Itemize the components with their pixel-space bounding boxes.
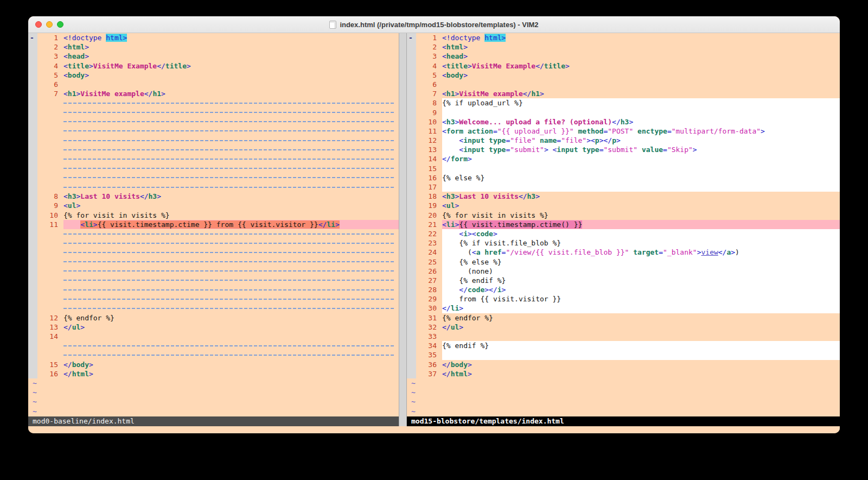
- code-text[interactable]: <html>: [442, 42, 840, 52]
- fold-column-cell[interactable]: [407, 248, 416, 257]
- fold-column-cell[interactable]: [28, 211, 37, 220]
- code-text[interactable]: [442, 350, 840, 359]
- diff-filler-text[interactable]: [63, 173, 399, 182]
- code-text[interactable]: [442, 164, 840, 173]
- tilde-line[interactable]: ~: [407, 378, 840, 388]
- fold-column-cell[interactable]: [407, 164, 416, 173]
- diff-filler-text[interactable]: [63, 350, 399, 359]
- fold-column-cell[interactable]: [28, 145, 37, 154]
- fold-column-cell[interactable]: -: [28, 33, 37, 42]
- statusline-divider[interactable]: [399, 416, 407, 426]
- fold-column-cell[interactable]: [28, 220, 37, 229]
- code-line[interactable]: 26 (none): [407, 267, 840, 276]
- code-line[interactable]: 11<form action="{{ upload_url }}" method…: [407, 127, 840, 136]
- fold-column-cell[interactable]: [407, 238, 416, 248]
- close-button[interactable]: [35, 21, 42, 28]
- code-line[interactable]: 20{% for visit in visits %}: [407, 211, 840, 220]
- code-line[interactable]: 8{% if upload_url %}: [407, 98, 840, 108]
- fold-column-cell[interactable]: [407, 117, 416, 127]
- fold-column-cell[interactable]: [28, 173, 37, 182]
- fold-column-cell[interactable]: [28, 332, 37, 341]
- code-line[interactable]: 27 {% endif %}: [407, 276, 840, 285]
- filler-line[interactable]: [28, 229, 399, 238]
- code-line[interactable]: 35: [407, 350, 840, 359]
- diff-filler-text[interactable]: [63, 248, 399, 257]
- fold-column-cell[interactable]: [28, 108, 37, 117]
- code-line[interactable]: 11 <li>{{ visit.timestamp.ctime }} from …: [28, 220, 399, 229]
- code-text[interactable]: <ul>: [63, 201, 399, 210]
- filler-line[interactable]: [28, 136, 399, 145]
- diff-filler-text[interactable]: [63, 182, 399, 192]
- diff-filler-text[interactable]: [63, 145, 399, 154]
- fold-column-cell[interactable]: [407, 285, 416, 294]
- tilde-line[interactable]: ~: [407, 388, 840, 397]
- code-text[interactable]: [63, 332, 399, 341]
- code-text[interactable]: </ul>: [63, 323, 399, 332]
- fold-column-cell[interactable]: [28, 71, 37, 80]
- diff-filler-text[interactable]: [63, 229, 399, 238]
- code-text[interactable]: <head>: [63, 52, 399, 61]
- tilde-line[interactable]: ~: [407, 397, 840, 406]
- diff-filler-text[interactable]: [63, 341, 399, 350]
- code-line[interactable]: 23 {% if visit.file_blob %}: [407, 238, 840, 248]
- code-line[interactable]: 36</body>: [407, 360, 840, 369]
- filler-line[interactable]: [28, 108, 399, 117]
- code-line[interactable]: 4<title>VisitMe Example</title>: [407, 61, 840, 71]
- tilde-line[interactable]: ~: [28, 388, 399, 397]
- filler-line[interactable]: [28, 238, 399, 248]
- diff-filler-text[interactable]: [63, 238, 399, 248]
- code-line[interactable]: 12 <input type="file" name="file"><p></p…: [407, 136, 840, 145]
- code-text[interactable]: <h1>VisitMe example</h1>: [63, 89, 399, 98]
- tilde-line[interactable]: ~: [28, 378, 399, 388]
- zoom-button[interactable]: [57, 21, 63, 28]
- code-text[interactable]: [442, 80, 840, 89]
- fold-column-cell[interactable]: [407, 229, 416, 238]
- code-line[interactable]: 6: [407, 80, 840, 89]
- code-text[interactable]: [442, 182, 840, 192]
- code-text[interactable]: </li>: [442, 304, 840, 313]
- code-text[interactable]: </html>: [63, 369, 399, 378]
- code-text[interactable]: </body>: [442, 360, 840, 369]
- fold-column-cell[interactable]: [407, 42, 416, 52]
- diff-filler-text[interactable]: [63, 304, 399, 313]
- diff-filler-text[interactable]: [63, 117, 399, 127]
- filler-line[interactable]: [28, 248, 399, 257]
- code-text[interactable]: <i><code>: [442, 229, 840, 238]
- code-line[interactable]: 12{% endfor %}: [28, 313, 399, 323]
- fold-column-cell[interactable]: [28, 294, 37, 304]
- fold-column-cell[interactable]: [28, 98, 37, 108]
- code-line[interactable]: 32</ul>: [407, 323, 840, 332]
- code-line[interactable]: 28 </code></i>: [407, 285, 840, 294]
- code-text[interactable]: {% else %}: [442, 257, 840, 267]
- statusline-left[interactable]: mod0-baseline/index.html: [28, 416, 399, 426]
- diff-filler-text[interactable]: [63, 164, 399, 173]
- fold-column-cell[interactable]: [28, 154, 37, 163]
- fold-column-cell[interactable]: [407, 136, 416, 145]
- fold-column-cell[interactable]: [28, 360, 37, 369]
- filler-line[interactable]: [28, 350, 399, 359]
- filler-line[interactable]: [28, 127, 399, 136]
- fold-column-cell[interactable]: [407, 71, 416, 80]
- code-text[interactable]: {% endif %}: [442, 276, 840, 285]
- left-pane[interactable]: -1<!doctype html>2<html>3<head>4<title>V…: [28, 33, 399, 416]
- code-text[interactable]: <li>{{ visit.timestamp.ctime }} from {{ …: [63, 220, 399, 229]
- tilde-line[interactable]: ~: [407, 407, 840, 416]
- code-text[interactable]: <body>: [63, 71, 399, 80]
- fold-column-cell[interactable]: [28, 267, 37, 276]
- diff-filler-text[interactable]: [63, 98, 399, 108]
- filler-line[interactable]: [28, 285, 399, 294]
- filler-line[interactable]: [28, 304, 399, 313]
- code-text[interactable]: <input type="submit"> <input type="submi…: [442, 145, 840, 154]
- code-line[interactable]: 13</ul>: [28, 323, 399, 332]
- fold-column-cell[interactable]: [407, 294, 416, 304]
- code-line[interactable]: 24 (<a href="/view/{{ visit.file_blob }}…: [407, 248, 840, 257]
- code-line[interactable]: 30</li>: [407, 304, 840, 313]
- right-pane[interactable]: -1<!doctype html>2<html>3<head>4<title>V…: [407, 33, 840, 416]
- fold-column-cell[interactable]: [407, 61, 416, 71]
- code-text[interactable]: <li>{{ visit.timestamp.ctime() }}: [442, 220, 840, 229]
- code-line[interactable]: 10{% for visit in visits %}: [28, 211, 399, 220]
- code-text[interactable]: </html>: [442, 369, 840, 378]
- fold-column-cell[interactable]: [28, 323, 37, 332]
- code-line[interactable]: 25 {% else %}: [407, 257, 840, 267]
- filler-line[interactable]: [28, 267, 399, 276]
